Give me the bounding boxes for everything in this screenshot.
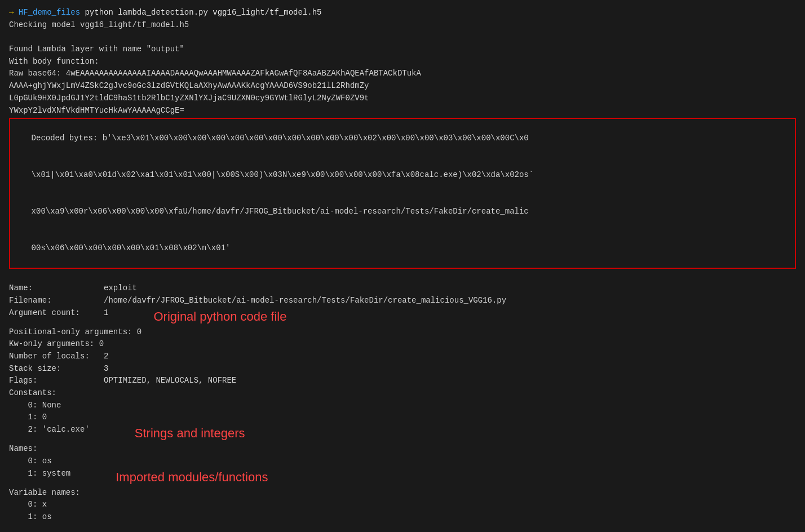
base64-line-4: YWxpY2lvdXNfVkdHMTYucHkAwYAAAAAgCCgE= [9, 105, 796, 117]
annotation-modules: Imported modules/functions [116, 468, 268, 487]
dir-name: HF_demo_files [19, 8, 80, 17]
info-const-0: 0: None [9, 400, 796, 412]
empty-line-3 [9, 524, 796, 532]
terminal-output: → HF_demo_files python lambda_detection.… [0, 0, 805, 532]
info-posonly-row: Positional-only arguments: 0 [9, 326, 796, 339]
name-label: Name: [9, 282, 104, 295]
decoded-line-4: 00s\x06\x00\x00\x00\x00\x01\x08\x02\n\x0… [32, 243, 231, 252]
info-var-1: 1: os [9, 511, 796, 524]
info-name-0: 0: os [9, 455, 796, 468]
info-const-2-row: 2: 'calc.exe' Strings and integers [9, 424, 796, 443]
info-stack-row: Stack size: 3 [9, 363, 796, 375]
arrow-icon: → [9, 8, 14, 17]
output-line-4: With body function: [9, 56, 796, 68]
decoded-bytes-box: Decoded bytes: b'\xe3\x01\x00\x00\x00\x0… [9, 118, 796, 269]
info-name-1-row: 1: system Imported modules/functions [9, 468, 796, 487]
info-kwonly-row: Kw-only arguments: 0 [9, 338, 796, 351]
filename-label: Filename: /home/davfr/JFROG_Bitbucket/ai… [9, 295, 506, 307]
annotation-strings: Strings and integers [135, 424, 245, 443]
info-names-label: Names: [9, 443, 796, 455]
annotation-python: Original python code file [153, 307, 286, 326]
name-1-text: 1: system [9, 468, 70, 480]
argcount-label: Argument count: 1 [9, 307, 108, 320]
base64-line-2: AAAA+ghjYWxjLmV4ZSkC2gJvc9oGc3lzdGVtKQLa… [9, 80, 796, 92]
info-flags-row: Flags: OPTIMIZED, NEWLOCALS, NOFREE [9, 375, 796, 387]
info-constants-label: Constants: [9, 387, 796, 400]
base64-line-3: L0pGUk9HX0JpdGJ1Y2tldC9haS1tb2RlbC1yZXNl… [9, 92, 796, 105]
info-var-0: 0: x [9, 499, 796, 511]
decoded-line-2: \x01|\x01\xa0\x01d\x02\xa1\x01\x01\x00|\… [32, 170, 534, 179]
const-1-text: 1: 0 [9, 411, 47, 424]
const-2-text: 2: 'calc.exe' [9, 424, 90, 436]
info-name-row: Name: exploit [9, 282, 796, 295]
output-line-3: Found Lambda layer with name "output" [9, 43, 796, 56]
info-argcount-row: Argument count: 1 Original python code f… [9, 307, 796, 326]
name-value: exploit [104, 282, 137, 295]
base64-line-1: Raw base64: 4wEAAAAAAAAAAAAAAIAAAADAAAAQ… [9, 68, 796, 80]
info-const-1-row: 1: 0 [9, 411, 796, 424]
command-text: python lambda_detection.py vgg16_light/t… [80, 8, 321, 17]
empty-line-1 [9, 31, 796, 43]
empty-line-2 [9, 270, 796, 282]
output-line-1: Checking model vgg16_light/tf_model.h5 [9, 19, 796, 32]
info-varnames-label: Variable names: [9, 487, 796, 499]
decoded-line-3: x00\xa9\x00r\x06\x00\x00\x00\xfaU/home/d… [32, 207, 529, 216]
prompt-line: → HF_demo_files python lambda_detection.… [9, 7, 796, 19]
decoded-line-1: Decoded bytes: b'\xe3\x01\x00\x00\x00\x0… [32, 134, 529, 143]
info-filename-row: Filename: /home/davfr/JFROG_Bitbucket/ai… [9, 295, 796, 307]
info-locals-row: Number of locals: 2 [9, 351, 796, 363]
